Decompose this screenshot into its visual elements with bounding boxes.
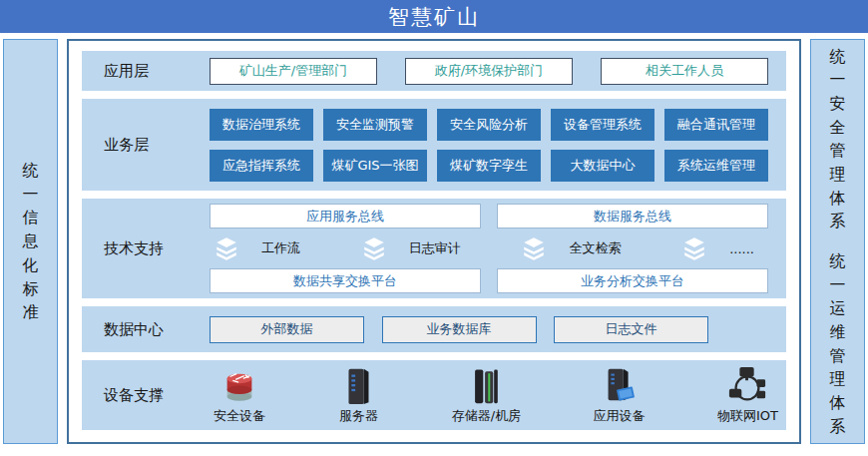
device-item: 安全设备 — [214, 365, 265, 425]
tech-content: 应用服务总线 数据服务总线 工作流 — [210, 204, 786, 293]
device-item-label: 物联网IOT — [717, 407, 778, 425]
exchange-platform-box: 数据共享交换平台 — [210, 268, 481, 293]
right-sidebar-label-ops: 统一运维管理体系 — [829, 249, 846, 438]
layer-data-center-label: 数据中心 — [82, 320, 210, 339]
business-button: 安全监测预警 — [323, 109, 427, 141]
tech-middle-label: 工作流 — [261, 239, 300, 257]
business-button: 大数据中心 — [551, 150, 654, 182]
storage-icon — [466, 365, 506, 405]
main-panel: 应用层 矿山生产/管理部门 政府/环境保护部门 相关工作人员 业务层 数据治理系… — [67, 39, 801, 444]
tech-middle-item: 全文检索 — [521, 236, 621, 260]
data-box: 业务数据库 — [382, 316, 537, 343]
app-device-icon — [599, 365, 641, 405]
application-boxes: 矿山生产/管理部门 政府/环境保护部门 相关工作人员 — [210, 58, 786, 85]
layers-icon — [361, 236, 387, 260]
layer-application: 应用层 矿山生产/管理部门 政府/环境保护部门 相关工作人员 — [82, 51, 786, 91]
tech-middle-label: 全文检索 — [569, 239, 621, 257]
application-box: 政府/环境保护部门 — [405, 58, 573, 85]
layers-icon — [214, 236, 239, 260]
device-item: 存储器/机房 — [452, 365, 521, 425]
service-bus-box: 应用服务总线 — [210, 204, 481, 228]
business-button: 设备管理系统 — [551, 109, 654, 141]
layer-business-label: 业务层 — [82, 136, 210, 155]
data-boxes: 外部数据 业务数据库 日志文件 — [210, 316, 786, 343]
data-box: 外部数据 — [210, 316, 364, 343]
layer-data-center: 数据中心 外部数据 业务数据库 日志文件 — [82, 306, 786, 352]
exchange-platform-row: 数据共享交换平台 业务分析交换平台 — [210, 268, 768, 293]
business-button: 煤矿GIS一张图 — [323, 150, 427, 182]
device-item-label: 应用设备 — [594, 407, 646, 425]
layer-device-support: 设备支撑 安全设备 — [82, 360, 786, 430]
exchange-platform-box: 业务分析交换平台 — [497, 268, 768, 293]
layer-tech-support-label: 技术支持 — [82, 239, 210, 258]
right-sidebar: 统一安全管理体系 统一运维管理体系 — [810, 39, 865, 444]
service-bus-box: 数据服务总线 — [497, 204, 768, 228]
tech-middle-row: 工作流 日志审计 全文检索 — [210, 235, 768, 261]
left-sidebar-label: 统一信息化标准 — [22, 159, 39, 324]
device-item-label: 服务器 — [339, 407, 378, 425]
layers-icon — [521, 236, 547, 260]
layer-tech-support: 技术支持 应用服务总线 数据服务总线 工作流 — [82, 199, 786, 298]
left-sidebar: 统一信息化标准 — [3, 39, 58, 444]
diagram-body: 统一信息化标准 应用层 矿山生产/管理部门 政府/环境保护部门 相关工作人员 业… — [0, 33, 868, 450]
firewall-icon — [218, 365, 260, 405]
device-item: 应用设备 — [594, 365, 646, 425]
business-button: 应急指挥系统 — [210, 150, 313, 182]
device-item: 物联网IOT — [717, 365, 778, 425]
application-box: 矿山生产/管理部门 — [210, 58, 377, 85]
tech-middle-label: ...... — [729, 241, 754, 256]
business-button: 安全风险分析 — [437, 109, 541, 141]
device-items: 安全设备 服务 — [210, 365, 786, 425]
smart-mine-diagram: 智慧矿山 统一信息化标准 应用层 矿山生产/管理部门 政府/环境保护部门 相关工… — [0, 0, 868, 456]
business-button: 融合通讯管理 — [664, 109, 768, 141]
server-icon — [337, 365, 379, 405]
device-item-label: 存储器/机房 — [452, 407, 521, 425]
service-bus-row: 应用服务总线 数据服务总线 — [210, 204, 768, 228]
tech-middle-item: ...... — [681, 236, 754, 260]
application-box: 相关工作人员 — [601, 58, 768, 85]
business-button: 系统运维管理 — [664, 150, 768, 182]
business-buttons: 数据治理系统 安全监测预警 安全风险分析 设备管理系统 融合通讯管理 应急指挥系… — [210, 109, 786, 182]
right-sidebar-label-security: 统一安全管理体系 — [829, 45, 846, 233]
layer-business: 业务层 数据治理系统 安全监测预警 安全风险分析 设备管理系统 融合通讯管理 应… — [82, 99, 786, 191]
tech-middle-label: 日志审计 — [409, 239, 461, 257]
tech-middle-item: 日志审计 — [361, 236, 461, 260]
iot-icon — [725, 365, 769, 405]
business-button: 数据治理系统 — [210, 109, 313, 141]
data-box: 日志文件 — [554, 316, 708, 343]
layers-icon — [681, 236, 707, 260]
layer-application-label: 应用层 — [82, 62, 210, 81]
layer-device-support-label: 设备支撑 — [82, 386, 210, 405]
tech-middle-item: 工作流 — [214, 236, 300, 260]
device-item-label: 安全设备 — [214, 407, 265, 425]
business-button: 煤矿数字孪生 — [437, 150, 541, 182]
device-item: 服务器 — [337, 365, 379, 425]
page-title: 智慧矿山 — [0, 0, 868, 33]
